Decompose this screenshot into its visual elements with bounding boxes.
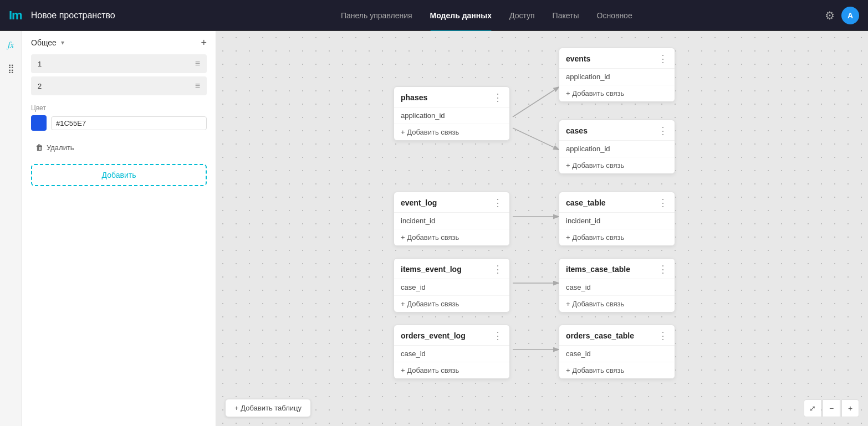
- table-name: items_event_log: [401, 265, 462, 274]
- table-name: items_case_table: [566, 265, 630, 274]
- table-field: application_id: [559, 141, 675, 157]
- svg-line-1: [513, 86, 560, 117]
- canvas[interactable]: phases ⋮ application_id + Добавить связь…: [216, 31, 868, 426]
- settings-icon[interactable]: ⚙: [825, 9, 835, 22]
- more-options-icon[interactable]: ⋮: [493, 198, 503, 208]
- table-field: case_id: [394, 279, 509, 296]
- table-header: orders_case_table ⋮: [559, 325, 675, 346]
- color-section: Цвет: [31, 104, 207, 131]
- table-case-table: case_table ⋮ incident_id + Добавить связ…: [559, 192, 675, 246]
- more-options-icon[interactable]: ⋮: [658, 264, 668, 274]
- table-events: events ⋮ application_id + Добавить связь: [559, 48, 675, 102]
- app-title: Новое пространство: [31, 11, 115, 20]
- sidebar-header: Общее ▾ +: [31, 38, 207, 48]
- nav-packages[interactable]: Пакеты: [553, 9, 579, 22]
- table-name: events: [566, 54, 590, 63]
- add-group-button[interactable]: +: [201, 38, 207, 48]
- table-field: case_id: [559, 346, 675, 362]
- arrows-overlay: [216, 31, 868, 426]
- drag-handle-icon: ≡: [195, 59, 200, 69]
- avatar[interactable]: A: [841, 7, 859, 24]
- table-name: case_table: [566, 198, 606, 207]
- table-field: application_id: [394, 107, 509, 124]
- more-options-icon[interactable]: ⋮: [493, 93, 503, 102]
- table-header: cases ⋮: [559, 120, 675, 141]
- more-options-icon[interactable]: ⋮: [493, 331, 503, 341]
- add-relation-button[interactable]: + Добавить связь: [559, 85, 675, 101]
- table-header: items_event_log ⋮: [394, 259, 509, 279]
- add-relation-button[interactable]: + Добавить связь: [394, 124, 509, 140]
- zoom-out-button[interactable]: −: [823, 399, 840, 417]
- table-phases: phases ⋮ application_id + Добавить связь: [394, 86, 510, 141]
- sidebar-title: Общее ▾: [31, 38, 64, 47]
- nav-access[interactable]: Доступ: [509, 9, 535, 22]
- color-input-row: [31, 115, 207, 131]
- add-relation-button[interactable]: + Добавить связь: [394, 229, 509, 245]
- formula-icon[interactable]: 𝑓𝑥: [6, 38, 16, 52]
- header-right: ⚙ A: [825, 7, 859, 24]
- zoom-in-button[interactable]: +: [841, 399, 859, 417]
- header: Im Новое пространство Панель управления …: [0, 0, 868, 31]
- schema-icon[interactable]: ⣿: [6, 61, 17, 76]
- table-header: event_log ⋮: [394, 192, 509, 213]
- color-label: Цвет: [31, 104, 207, 112]
- more-options-icon[interactable]: ⋮: [658, 54, 668, 64]
- table-items-event-log: items_event_log ⋮ case_id + Добавить свя…: [394, 258, 510, 312]
- main-nav: Панель управления Модель данных Доступ П…: [149, 9, 825, 22]
- svg-line-2: [513, 128, 560, 150]
- fit-screen-button[interactable]: ⤢: [804, 399, 821, 417]
- table-header: phases ⋮: [394, 87, 509, 107]
- list-item[interactable]: 2 ≡: [31, 76, 207, 95]
- table-name: cases: [566, 126, 588, 135]
- add-relation-button[interactable]: + Добавить связь: [394, 362, 509, 378]
- sidebar-content: Общее ▾ + 1 ≡ 2 ≡ Цвет 🗑: [22, 31, 216, 426]
- table-header: case_table ⋮: [559, 192, 675, 213]
- main-layout: 𝑓𝑥 ⣿ Общее ▾ + 1 ≡ 2 ≡ Цвет: [0, 31, 868, 426]
- table-header: orders_event_log ⋮: [394, 325, 509, 346]
- more-options-icon[interactable]: ⋮: [658, 331, 668, 341]
- table-field: incident_id: [559, 213, 675, 229]
- logo: Im: [9, 8, 22, 23]
- delete-button[interactable]: 🗑 Удалить: [31, 140, 207, 155]
- table-name: orders_case_table: [566, 331, 634, 340]
- sidebar: 𝑓𝑥 ⣿ Общее ▾ + 1 ≡ 2 ≡ Цвет: [0, 31, 216, 426]
- sidebar-tools: 𝑓𝑥 ⣿: [0, 31, 22, 426]
- list-item[interactable]: 1 ≡: [31, 54, 207, 73]
- add-button[interactable]: Добавить: [31, 164, 207, 186]
- add-relation-button[interactable]: + Добавить связь: [559, 362, 675, 378]
- chevron-down-icon: ▾: [61, 39, 64, 47]
- trash-icon: 🗑: [35, 143, 43, 152]
- table-field: incident_id: [394, 213, 509, 229]
- canvas-controls: ⤢ − +: [804, 399, 859, 417]
- add-relation-button[interactable]: + Добавить связь: [559, 229, 675, 245]
- table-cases: cases ⋮ application_id + Добавить связь: [559, 120, 675, 174]
- table-name: phases: [401, 93, 427, 102]
- nav-dashboard[interactable]: Панель управления: [341, 9, 412, 22]
- more-options-icon[interactable]: ⋮: [658, 126, 668, 136]
- table-field: application_id: [559, 69, 675, 85]
- table-field: case_id: [559, 279, 675, 296]
- more-options-icon[interactable]: ⋮: [658, 198, 668, 208]
- add-table-button[interactable]: + Добавить таблицу: [225, 399, 311, 417]
- table-items-case-table: items_case_table ⋮ case_id + Добавить св…: [559, 258, 675, 312]
- table-name: orders_event_log: [401, 331, 466, 340]
- table-header: items_case_table ⋮: [559, 259, 675, 279]
- table-orders-case-table: orders_case_table ⋮ case_id + Добавить с…: [559, 325, 675, 379]
- table-header: events ⋮: [559, 48, 675, 69]
- nav-data-model[interactable]: Модель данных: [430, 9, 492, 22]
- add-relation-button[interactable]: + Добавить связь: [394, 296, 509, 312]
- table-event-log: event_log ⋮ incident_id + Добавить связь: [394, 192, 510, 246]
- add-relation-button[interactable]: + Добавить связь: [559, 296, 675, 312]
- nav-main[interactable]: Основное: [597, 9, 632, 22]
- table-orders-event-log: orders_event_log ⋮ case_id + Добавить св…: [394, 325, 510, 379]
- table-field: case_id: [394, 346, 509, 362]
- more-options-icon[interactable]: ⋮: [493, 264, 503, 274]
- drag-handle-icon: ≡: [195, 81, 200, 91]
- table-name: event_log: [401, 198, 437, 207]
- color-text-input[interactable]: [51, 116, 207, 130]
- add-relation-button[interactable]: + Добавить связь: [559, 157, 675, 173]
- color-swatch[interactable]: [31, 115, 47, 131]
